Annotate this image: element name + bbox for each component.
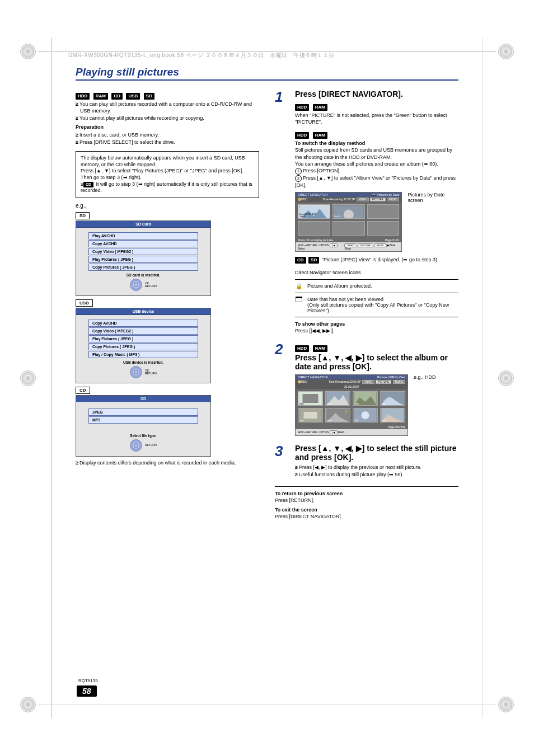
- cd-menu-title: CD: [76, 396, 210, 402]
- chip-hdd: HDD: [295, 132, 309, 139]
- icons-title: Direct Navigator screen icons: [295, 269, 458, 276]
- sm2-sub-l: 📀HDD: [298, 380, 307, 384]
- crop-line: [483, 38, 484, 718]
- doc-id: RQT9135: [78, 678, 98, 683]
- screen-mock-picture-jpeg-view: DIRECT NAVIGATOR Picture (JPEG) View 📀HD…: [295, 374, 408, 436]
- chip-ram: RAM: [313, 104, 327, 111]
- screen-mock-pictures-by-date: DIRECT NAVIGATOR 📷 Pictures by Date 📀HDD…: [295, 192, 402, 252]
- sm-thumb: 0004: [380, 391, 405, 406]
- cd-menu-foot: Select file type.: [76, 434, 210, 438]
- device-label-sd: SD: [76, 212, 90, 219]
- chip-ram: RAM: [93, 93, 108, 100]
- step-3: 3 Press [▲, ▼, ◀, ▶] to select the still…: [275, 444, 458, 478]
- step1-chips-b: HDD RAM: [295, 129, 458, 139]
- box-line: Press [▲, ▼] to select "Play Pictures (J…: [81, 168, 254, 175]
- chip-cd: CD: [111, 93, 123, 100]
- device-label-cd: CD: [76, 387, 90, 394]
- sm2-bottom: ⊕OK ↩RETURN ○OPTION |◀Select: [298, 430, 345, 434]
- crop-mark: [498, 370, 514, 386]
- icon2-sub: (Only still pictures copied with "Copy A…: [307, 302, 458, 313]
- return-label: To return to previous screen: [275, 490, 458, 497]
- sm2-head-l: DIRECT NAVIGATOR: [298, 375, 327, 379]
- chip-hdd: HDD: [295, 104, 309, 111]
- step-num-1: 1: [275, 90, 289, 334]
- crop-line: [51, 38, 52, 718]
- sd-menu-title: SD Card: [76, 221, 210, 228]
- usb-menu-title: USB device: [76, 308, 210, 315]
- usb-menu-panel: USB device Copy AVCHD Copy Video ( MPEG2…: [76, 308, 211, 383]
- step-1: 1 Press [DIRECT NAVIGATOR]. HDD RAM When…: [275, 90, 458, 334]
- sm2-date: 06.02.2007: [344, 385, 359, 388]
- cd-menu-item: JPEG: [88, 408, 198, 416]
- eg-label: e.g.,: [76, 203, 259, 209]
- sm-cell: ---: [367, 221, 400, 236]
- step3-title: Press [▲, ▼, ◀, ▶] to select the still p…: [295, 444, 458, 462]
- usb-menu-item: Copy AVCHD: [88, 320, 198, 327]
- separator: [275, 486, 458, 487]
- page-number: 58: [77, 685, 97, 697]
- sm-cell: ---: [332, 221, 365, 236]
- sm-sub-l: 📀HDD: [298, 198, 307, 201]
- chip-sd: SD: [308, 257, 319, 264]
- chip-cd-inline: CD: [83, 182, 93, 187]
- lock-icon: 🔒: [295, 283, 303, 289]
- crop-mark: [20, 370, 36, 386]
- info-box: The display below automatically appears …: [76, 151, 259, 198]
- cd-menu-panel: CD JPEG MP3 Select file type. RETURN: [76, 395, 211, 457]
- prep-heading: Preparation: [76, 124, 259, 130]
- usb-ok-return: OK RETURN: [76, 366, 210, 378]
- intro-bullet: You cannot play still pictures while rec…: [76, 115, 259, 121]
- cd-ok-return: RETURN: [76, 439, 210, 452]
- sm-thumb: 0003: [353, 391, 378, 406]
- page-rect-icon: [295, 297, 303, 303]
- sm-thumb: 0002: [325, 391, 350, 406]
- sm-foot-l: Press OK to display pictures.: [298, 238, 334, 242]
- sub2-text: Press [▲, ▼] to select "Album View" or "…: [295, 175, 456, 188]
- step1-text-b2: You can arrange these still pictures and…: [295, 161, 458, 167]
- usb-menu-item: Copy Pictures ( JPEG ): [88, 343, 198, 350]
- ok-icon: [130, 439, 142, 452]
- sd-menu-item: Copy Pictures ( JPEG ): [88, 264, 198, 271]
- page-title: Playing still pictures: [76, 66, 458, 78]
- chip-ram: RAM: [313, 345, 327, 352]
- intro-text: You can play still pictures recorded wit…: [76, 101, 259, 145]
- circled-1-icon: 1: [295, 168, 302, 175]
- step1-text-a: When "PICTURE" is not selected, press th…: [295, 112, 458, 125]
- sm-cell: ---: [298, 221, 330, 236]
- step1-bold-b: To switch the display method: [295, 140, 458, 147]
- sd-menu-foot: SD card is inserted.: [76, 273, 210, 277]
- sm-thumb: 0008: [380, 408, 405, 422]
- ok-icon: [130, 366, 142, 378]
- sm-cell: 🔒 06.02.2007 Scan AVCHD DVD Total 8: [298, 204, 330, 219]
- step1-text-b1: Still pictures copied from SD cards and …: [295, 147, 458, 160]
- exit-label: To exit the screen: [275, 506, 458, 513]
- chip-usb: USB: [126, 93, 140, 100]
- ok-icon: [130, 279, 142, 291]
- sm-bottom-left: ⊕OK ↩RETURN ○OPTION |◀Select: [298, 243, 342, 250]
- svg-text:🔒: 🔒: [345, 410, 348, 412]
- intro-bullet: You can play still pictures recorded wit…: [76, 101, 259, 114]
- device-label-usb: USB: [76, 299, 93, 307]
- chip-cd: CD: [295, 257, 306, 264]
- sd-menu-item: Play Pictures ( JPEG ): [88, 256, 198, 263]
- step-2: 2 HDD RAM Press [▲, ▼, ◀, ▶] to select t…: [275, 342, 458, 436]
- sd-menu-panel: SD Card Play AVCHD Copy AVCHD Copy Video…: [76, 220, 211, 296]
- step3-bul1: Press [◀, ▶] to display the previous or …: [295, 464, 458, 471]
- sm2-sub-r: Time Remaining 20:09 SP VIDEO PICTURE MU…: [329, 380, 405, 384]
- ok-return-labels: OK RETURN: [145, 369, 157, 375]
- crop-mark: [20, 697, 36, 712]
- sm-thumb: 🔒0006: [325, 408, 350, 422]
- crop-line: [38, 705, 496, 706]
- box-line: The display below automatically appears …: [81, 155, 254, 168]
- sub1-text: Press [OPTION].: [303, 168, 341, 173]
- crop-mark: [498, 697, 514, 712]
- sm-sub-r: Time Remaining 20:09 SP VIDEO PICTURE MU…: [322, 198, 399, 201]
- step1-text-c: "Picture (JPEG) View" is displayed. (➡ g…: [322, 257, 439, 262]
- icon1-label: Picture and Album protected.: [307, 283, 372, 289]
- usb-menu-item: Play Pictures ( JPEG ): [88, 335, 198, 342]
- separator: [295, 279, 458, 280]
- sm-head-l: DIRECT NAVIGATOR: [298, 193, 327, 196]
- exit-text: Press [DIRECT NAVIGATOR].: [275, 513, 458, 520]
- icon2-label-wrap: Date that has not yet been viewed (Only …: [307, 297, 458, 313]
- note-under-menus: Display contents differs depending on wh…: [76, 460, 259, 466]
